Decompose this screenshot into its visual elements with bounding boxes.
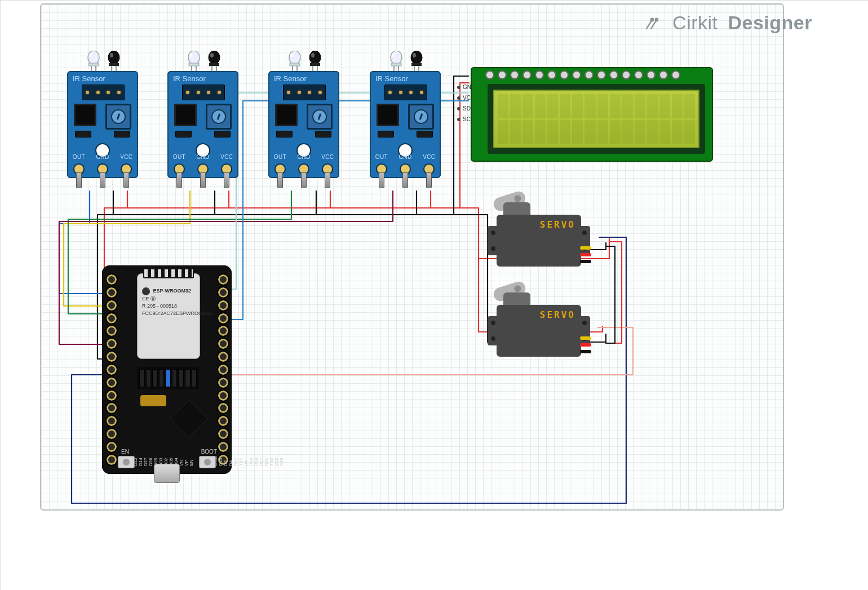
boot-button[interactable] [199,456,216,468]
svg-point-0 [651,18,653,20]
esp32-pinrow-left[interactable] [105,273,117,466]
diagram-stage: Cirkit Designer IR Sensor [0,0,868,590]
svg-point-17 [209,51,220,64]
brand-logo: Cirkit Designer [644,12,812,36]
gpio-header-icon [137,367,199,389]
svg-point-21 [210,53,214,57]
lcd-16x2-i2c[interactable]: GND VCC SDA SCL [471,67,713,162]
boot-button-label: BOOT [201,449,217,455]
svg-point-1 [656,18,658,20]
brand-name: Cirkit [672,12,718,33]
esp32-module-can: ESP-WROOM32 CE ⓔ R 205 - 000518 FCC9D:2A… [137,273,200,359]
pin-connectors[interactable] [67,172,138,188]
svg-rect-28 [310,63,320,66]
wifi-logo-icon [142,287,150,295]
en-button[interactable] [118,456,135,468]
ir-led-receiver-icon [207,51,222,72]
ir-sensor-4[interactable]: IR Sensor OUTGNDVCC [370,54,441,178]
svg-rect-3 [88,63,99,66]
antenna-icon [143,268,194,278]
ir-sensor-1[interactable]: IR Sensor OUT GND VCC [67,54,138,178]
lcd-screen [493,90,699,148]
ir-led-emitter-icon [86,51,101,72]
module-name: ESP-WROOM32 [153,288,192,294]
en-button-label: EN [121,449,129,455]
servo-label: SERVO [540,309,575,320]
potentiometer-icon[interactable] [105,104,131,130]
header-pins-icon [82,85,125,100]
lcd-char-grid [498,94,695,144]
ir-sensor-2[interactable]: IR Sensor OUTGNDVCC [167,54,238,178]
svg-point-31 [311,53,315,57]
svg-point-12 [188,51,200,64]
ir-sensor-title: IR Sensor [173,74,206,83]
ir-sensor-title: IR Sensor [73,74,105,83]
brand-sub: Designer [728,12,813,33]
servo-label: SERVO [540,219,575,230]
svg-rect-13 [189,63,199,66]
esp32-devkit[interactable]: VinGNDD13D12D14D27D26D25D33D32D35D34VNVP… [102,265,232,474]
svg-point-2 [88,51,99,64]
svg-point-26 [290,54,294,57]
svg-point-32 [391,51,402,64]
ir-led-emitter-icon [187,51,201,72]
esp32-pinlabels-left: VinGNDD13D12D14D27D26D25D33D32D35D34VNVP… [118,273,126,466]
svg-rect-23 [290,63,300,66]
svg-point-22 [289,51,300,64]
svg-rect-38 [411,63,422,66]
svg-point-41 [413,53,416,57]
svg-point-36 [392,54,395,57]
ir-led-receiver-icon [107,51,121,72]
micro-usb-icon[interactable] [154,464,180,483]
ic-chip-icon [74,104,96,126]
svg-rect-8 [109,63,119,66]
svg-point-11 [110,53,113,57]
svg-rect-33 [391,63,401,66]
svg-point-6 [89,54,92,57]
servo-wire-icon[interactable] [580,336,591,353]
lcd-header-pins-icon [485,70,680,79]
servo-motor-2[interactable]: SERVO [497,305,592,357]
servo-wire-icon[interactable] [580,246,591,263]
svg-point-16 [189,54,193,57]
svg-point-27 [309,51,321,64]
svg-rect-18 [209,63,219,66]
pin-labels: OUT GND VCC [67,154,138,160]
svg-point-37 [411,51,422,64]
brand-icon [644,14,663,36]
servo-motor-1[interactable]: SERVO [497,215,592,267]
ir-sensor-3[interactable]: IR Sensor OUTGNDVCC [268,54,339,178]
capacitor-icon [140,395,166,406]
svg-point-7 [108,51,119,64]
